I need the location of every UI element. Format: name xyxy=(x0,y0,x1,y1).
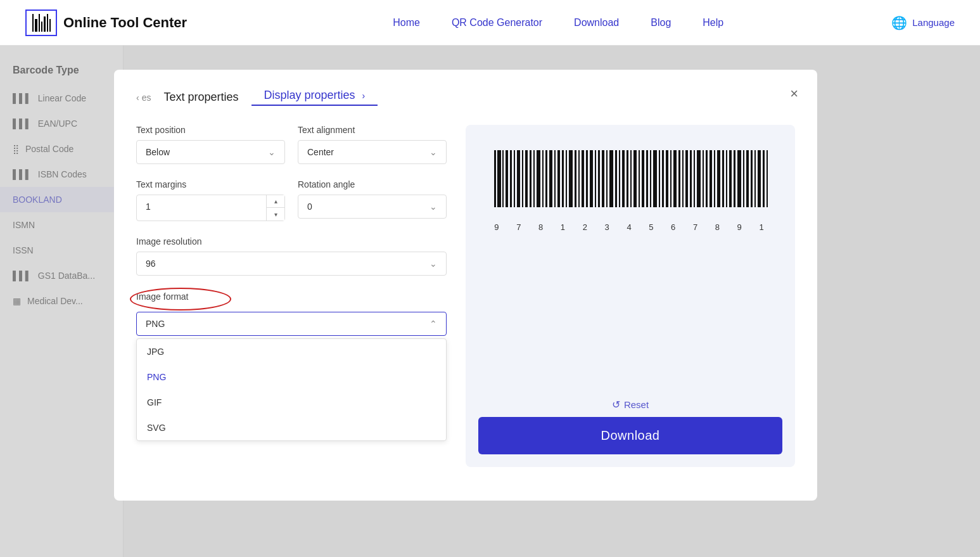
tab-display-label: Display properties xyxy=(264,89,355,101)
text-position-select[interactable]: Below ⌄ xyxy=(136,140,285,164)
prev-tab[interactable]: ‹ es xyxy=(136,93,151,103)
svg-rect-33 xyxy=(627,150,628,207)
logo-bar xyxy=(47,14,48,32)
svg-rect-47 xyxy=(682,150,684,207)
rotation-angle-label: Rotation angle xyxy=(298,179,447,189)
svg-rect-37 xyxy=(642,150,644,207)
prev-tab-label: es xyxy=(142,93,151,103)
svg-rect-58 xyxy=(726,150,727,207)
svg-rect-20 xyxy=(575,150,576,207)
svg-rect-8 xyxy=(525,150,528,207)
logo-bars xyxy=(32,14,51,32)
chevron-down-icon: ⌄ xyxy=(430,202,437,212)
svg-rect-13 xyxy=(545,150,547,207)
nav-home[interactable]: Home xyxy=(393,17,420,29)
field-text-alignment: Text alignment Center ⌄ xyxy=(298,125,447,164)
spinner-down-button[interactable]: ▾ xyxy=(267,208,284,221)
main-nav: Home QR Code Generator Download Blog Hel… xyxy=(225,17,891,29)
svg-rect-32 xyxy=(622,150,625,207)
svg-rect-55 xyxy=(714,150,715,207)
svg-rect-66 xyxy=(758,150,761,207)
tab-display-properties[interactable]: Display properties › xyxy=(251,89,378,106)
svg-rect-0 xyxy=(494,150,496,207)
chevron-right-icon: › xyxy=(362,91,366,101)
text-position-label: Text position xyxy=(136,125,285,135)
barcode-preview-area: 9 7 8 1 2 3 4 5 6 7 8 9 1 xyxy=(478,138,782,392)
rotation-angle-select[interactable]: 0 ⌄ xyxy=(298,195,447,219)
image-format-select[interactable]: PNG ⌃ xyxy=(136,312,447,336)
dropdown-item-label: SVG xyxy=(147,423,166,433)
svg-rect-67 xyxy=(763,150,765,207)
image-resolution-select[interactable]: 96 ⌄ xyxy=(136,252,447,276)
svg-rect-54 xyxy=(710,150,712,207)
rotation-angle-value: 0 xyxy=(307,202,312,212)
svg-rect-56 xyxy=(717,150,720,207)
svg-rect-19 xyxy=(569,150,573,207)
modal-tabs: ‹ es Text properties Display properties … xyxy=(136,89,795,106)
svg-rect-62 xyxy=(743,150,744,207)
logo-area: Online Tool Center xyxy=(25,10,187,36)
globe-icon: 🌐 xyxy=(891,15,907,30)
svg-rect-17 xyxy=(562,150,564,207)
header-right: 🌐 Language xyxy=(891,15,955,30)
text-margins-value: 1 xyxy=(137,195,266,221)
logo-bar xyxy=(41,22,42,32)
text-margins-spinner: 1 ▴ ▾ xyxy=(136,195,285,221)
svg-rect-43 xyxy=(666,150,668,207)
dropdown-item-svg[interactable]: SVG xyxy=(137,415,446,440)
svg-rect-14 xyxy=(549,150,552,207)
close-button[interactable]: × xyxy=(790,86,798,102)
svg-rect-34 xyxy=(630,150,632,207)
text-margins-label: Text margins xyxy=(136,179,285,189)
chevron-left-icon: ‹ xyxy=(136,93,139,103)
svg-rect-44 xyxy=(670,150,671,207)
svg-rect-45 xyxy=(673,150,677,207)
logo-title: Online Tool Center xyxy=(63,15,187,31)
nav-download[interactable]: Download xyxy=(574,17,619,29)
nav-help[interactable]: Help xyxy=(703,17,723,29)
logo-bar xyxy=(32,14,34,32)
text-alignment-select[interactable]: Center ⌄ xyxy=(298,140,447,164)
svg-rect-42 xyxy=(662,150,664,207)
image-resolution-value: 96 xyxy=(146,259,156,269)
dropdown-item-png[interactable]: PNG xyxy=(137,364,446,390)
language-label[interactable]: Language xyxy=(912,17,955,28)
svg-rect-9 xyxy=(530,150,531,207)
reset-label: Reset xyxy=(624,399,649,410)
svg-rect-28 xyxy=(606,150,608,207)
svg-rect-22 xyxy=(582,150,584,207)
chevron-down-icon: ⌄ xyxy=(268,147,276,157)
chevron-down-icon: ⌄ xyxy=(430,147,437,157)
field-row-1: Text position Below ⌄ Text alignment Cen… xyxy=(136,125,447,164)
svg-rect-3 xyxy=(506,150,508,207)
image-format-label: Image format xyxy=(136,291,188,302)
download-button[interactable]: Download xyxy=(478,417,782,454)
image-resolution-label: Image resolution xyxy=(136,236,447,246)
logo-icon xyxy=(25,10,57,36)
svg-rect-41 xyxy=(659,150,660,207)
svg-rect-48 xyxy=(685,150,688,207)
svg-rect-29 xyxy=(609,150,613,207)
nav-qr-code-generator[interactable]: QR Code Generator xyxy=(452,17,542,29)
header: Online Tool Center Home QR Code Generato… xyxy=(0,0,980,46)
logo-bar xyxy=(49,19,51,32)
svg-rect-16 xyxy=(557,150,560,207)
tab-text-properties[interactable]: Text properties xyxy=(151,91,251,104)
spinner-controls: ▴ ▾ xyxy=(266,195,284,221)
dropdown-item-gif[interactable]: GIF xyxy=(137,390,446,415)
reset-button[interactable]: ↺ Reset xyxy=(612,392,649,417)
svg-rect-46 xyxy=(678,150,680,207)
nav-blog[interactable]: Blog xyxy=(651,17,671,29)
svg-rect-60 xyxy=(734,150,735,207)
barcode-numbers: 9 7 8 1 2 3 4 5 6 7 8 9 1 xyxy=(489,222,771,232)
svg-rect-36 xyxy=(639,150,640,207)
chevron-down-icon: ⌄ xyxy=(430,259,437,269)
svg-rect-4 xyxy=(510,150,512,207)
dropdown-item-jpg[interactable]: JPG xyxy=(137,339,446,364)
svg-rect-6 xyxy=(517,150,520,207)
svg-rect-27 xyxy=(602,150,604,207)
spinner-up-button[interactable]: ▴ xyxy=(267,195,284,208)
svg-rect-12 xyxy=(542,150,544,207)
field-image-resolution: Image resolution 96 ⌄ xyxy=(136,236,447,276)
svg-rect-64 xyxy=(751,150,753,207)
